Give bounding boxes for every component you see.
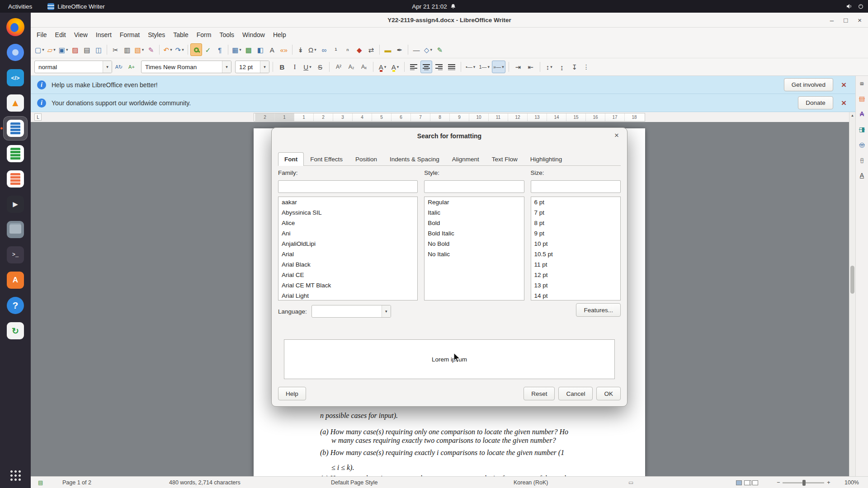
cross-reference-button[interactable]: ⇄	[365, 43, 377, 56]
footnote-button[interactable]: ¹	[330, 43, 342, 56]
size-list-item[interactable]: 11 pt	[531, 259, 620, 270]
dock-ubuntu-software[interactable]: A	[3, 268, 28, 292]
toolbar-overflow-icon[interactable]: ⋮	[583, 63, 590, 70]
italic-button[interactable]: I	[289, 61, 301, 73]
menu-item[interactable]: Edit	[51, 29, 70, 40]
align-justify-button[interactable]	[446, 61, 458, 73]
language-combobox[interactable]: ▾	[311, 305, 391, 318]
word-count[interactable]: 480 words, 2,714 characters	[169, 477, 241, 488]
basic-shapes-button[interactable]: ◇▾	[422, 43, 434, 56]
menu-item[interactable]: View	[70, 29, 92, 40]
redo-button[interactable]: ↷▾	[174, 43, 185, 56]
navigator-icon[interactable]: ◎	[858, 140, 867, 149]
tab-highlighting[interactable]: Highlighting	[524, 152, 569, 166]
selection-mode-icon[interactable]: ▭	[628, 477, 633, 488]
zoom-percentage[interactable]: 100%	[844, 477, 859, 488]
family-list-item[interactable]: Alice	[278, 218, 417, 228]
window-titlebar[interactable]: Y22-2119-assign4.docx - LibreOffice Writ…	[31, 13, 868, 28]
features-button[interactable]: Features...	[576, 303, 621, 317]
horizontal-line-button[interactable]: —	[410, 43, 422, 56]
family-input[interactable]	[278, 180, 418, 193]
tab-stop-selector[interactable]: L	[34, 113, 42, 121]
dock-terminal[interactable]: >_	[3, 243, 28, 267]
close-icon[interactable]: ×	[839, 80, 849, 90]
menu-item[interactable]: Tools	[215, 29, 238, 40]
insert-table-button[interactable]: ▦▾	[231, 43, 243, 56]
dock-libreoffice-writer[interactable]	[3, 116, 28, 141]
chevron-down-icon[interactable]: ▾	[382, 305, 391, 317]
paste-button[interactable]: ▧▾	[133, 43, 145, 56]
style-list-item[interactable]: Regular	[425, 197, 524, 207]
menu-item[interactable]: File	[33, 29, 51, 40]
undo-button[interactable]: ↶▾	[162, 43, 174, 56]
style-list-item[interactable]: Italic	[425, 207, 524, 218]
scroll-up-icon[interactable]: ▴	[849, 113, 855, 117]
family-list-item[interactable]: Arial Black	[278, 259, 417, 270]
menu-item[interactable]: Styles	[144, 29, 169, 40]
zoom-control[interactable]: − +	[777, 477, 830, 488]
dock-files[interactable]	[3, 217, 28, 242]
size-list-item[interactable]: 9 pt	[531, 228, 620, 239]
book-view-icon[interactable]	[752, 480, 758, 485]
size-list-item[interactable]: 12 pt	[531, 270, 620, 280]
text-language[interactable]: Korean (RoK)	[514, 477, 548, 488]
insert-text-box-button[interactable]: A	[266, 43, 278, 56]
size-list-item[interactable]: 14 pt	[531, 291, 620, 300]
dock-trash[interactable]: ↻	[3, 319, 28, 343]
chevron-down-icon[interactable]: ▾	[260, 61, 269, 73]
zoom-out-icon[interactable]: −	[777, 477, 780, 488]
formatting-marks-button[interactable]: ¶	[214, 43, 226, 56]
dialog-close-icon[interactable]: ×	[613, 131, 621, 140]
menu-item[interactable]: Form	[193, 29, 216, 40]
style-list-item[interactable]: Bold Italic	[425, 228, 524, 239]
family-list-item[interactable]: Arial	[278, 249, 417, 259]
size-list[interactable]: 6 pt7 pt8 pt9 pt10 pt10.5 pt11 pt12 pt13…	[531, 197, 621, 300]
new-document-button[interactable]: ▢▾	[33, 43, 46, 56]
menu-item[interactable]: Window	[238, 29, 269, 40]
dock-libreoffice-impress[interactable]	[3, 167, 28, 191]
print-preview-button[interactable]: ◫	[93, 43, 104, 56]
cancel-button[interactable]: Cancel	[558, 387, 593, 400]
properties-icon[interactable]: ▤	[858, 94, 867, 103]
dock-firefox[interactable]	[3, 15, 28, 39]
family-list-item[interactable]: Arial Light	[278, 291, 417, 300]
decrease-indent-button[interactable]: ⇤	[525, 61, 537, 73]
update-style-button[interactable]: A↻	[113, 61, 125, 73]
dock-vscode[interactable]: </>	[3, 66, 28, 90]
ok-button[interactable]: OK	[596, 387, 621, 400]
style-list-item[interactable]: No Italic	[425, 249, 524, 259]
highlight-color-button[interactable]: A▾	[389, 61, 401, 73]
clear-formatting-button[interactable]: Aₓ	[358, 61, 370, 73]
insert-comment-button[interactable]: ▬	[382, 43, 394, 56]
dock-media-player[interactable]: ▶	[3, 192, 28, 216]
menu-item[interactable]: Help	[269, 29, 290, 40]
font-size-combobox[interactable]: 12 pt ▾	[235, 61, 269, 73]
chevron-down-icon[interactable]: ▾	[103, 61, 112, 73]
menu-item[interactable]: Insert	[92, 29, 116, 40]
dock-chromium-browser[interactable]	[3, 40, 28, 65]
zoom-in-icon[interactable]: +	[827, 477, 830, 488]
ordered-list-button[interactable]: 1—▾	[477, 61, 491, 73]
vertical-scrollbar[interactable]: ▴	[849, 112, 855, 476]
maximize-button[interactable]: □	[844, 16, 848, 24]
page-count[interactable]: Page 1 of 2	[62, 477, 91, 488]
menu-item[interactable]: Format	[116, 29, 144, 40]
style-list-item[interactable]: No Bold	[425, 239, 524, 249]
system-tray[interactable]	[846, 4, 863, 9]
help-button[interactable]: Help	[278, 387, 306, 400]
find-replace-button[interactable]	[190, 43, 202, 56]
scrollbar-thumb[interactable]	[850, 266, 854, 294]
underline-button[interactable]: U▾	[302, 61, 313, 73]
family-list-item[interactable]: aakar	[278, 197, 417, 207]
sidebar-settings-icon[interactable]: ≡	[858, 79, 867, 88]
endnote-button[interactable]: ⁿ	[342, 43, 354, 56]
donate-button[interactable]: Donate	[798, 96, 833, 109]
dock-help[interactable]: ?	[3, 293, 28, 318]
chevron-down-icon[interactable]: ▾	[222, 61, 231, 73]
family-list-item[interactable]: Ani	[278, 228, 417, 239]
get-involved-button[interactable]: Get involved	[784, 78, 833, 91]
outline-list-button[interactable]: »—▾	[492, 61, 505, 73]
family-list-item[interactable]: Abyssinica SIL	[278, 207, 417, 218]
style-list-item[interactable]: Bold	[425, 218, 524, 228]
style-input[interactable]	[424, 180, 524, 193]
